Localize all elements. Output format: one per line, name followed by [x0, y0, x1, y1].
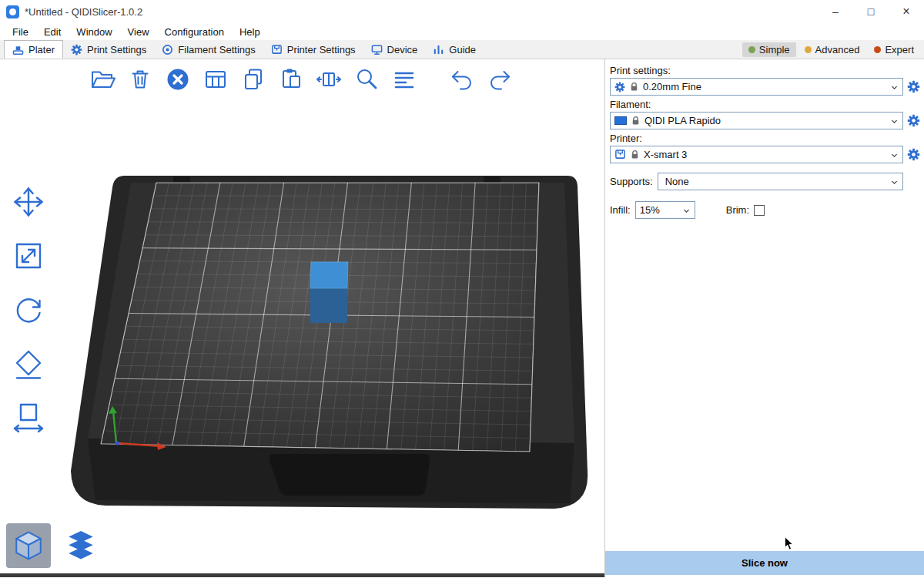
close-button[interactable]: ×: [889, 0, 924, 23]
supports-combo[interactable]: None: [658, 173, 903, 190]
search-icon: [353, 66, 380, 93]
tab-label: Filament Settings: [178, 44, 255, 55]
chevron-down-icon: [890, 116, 899, 125]
preview-view-button[interactable]: [59, 523, 103, 568]
guide-bars-icon: [433, 44, 444, 55]
tab-label: Printer Settings: [287, 44, 356, 55]
minimize-button[interactable]: –: [818, 0, 853, 23]
viewport-bottom-strip: [0, 573, 604, 577]
split-instances-icon: [315, 66, 343, 93]
device-monitor-icon: [371, 44, 383, 55]
title-bar: *Untitled - QIDISlicer-1.0.2 – □ ×: [0, 0, 924, 23]
slice-now-button[interactable]: Slice now: [605, 551, 924, 575]
printer-icon: [614, 149, 626, 160]
printer-combo[interactable]: X-smart 3: [610, 146, 903, 163]
view-toolbar: [6, 523, 103, 568]
print-settings-combo[interactable]: 0.20mm Fine: [610, 78, 903, 96]
chevron-down-icon: [890, 82, 899, 91]
copy-button[interactable]: [239, 65, 268, 94]
tab-plater[interactable]: Plater: [4, 40, 63, 59]
3d-scene[interactable]: [0, 59, 604, 577]
variable-layer-height-button[interactable]: [390, 65, 419, 94]
menu-edit[interactable]: Edit: [36, 26, 69, 38]
arrange-button[interactable]: [201, 65, 230, 94]
layers-stack-icon: [62, 527, 99, 564]
print-settings-value: 0.20mm Fine: [643, 81, 701, 92]
gear-icon: [614, 82, 625, 92]
edit-print-settings-button[interactable]: [907, 80, 920, 93]
move-arrows-icon: [11, 184, 46, 220]
place-on-face-icon: [11, 346, 46, 381]
edit-filament-button[interactable]: [907, 114, 920, 127]
print-settings-gear-icon: [71, 44, 82, 55]
window-title: *Untitled - QIDISlicer-1.0.2: [25, 6, 142, 18]
printer-label: Printer:: [610, 133, 920, 144]
move-tool-button[interactable]: [6, 181, 51, 223]
mode-label: Simple: [759, 44, 790, 55]
infill-combo[interactable]: 15%: [635, 201, 695, 219]
mode-simple[interactable]: Simple: [742, 42, 796, 57]
menu-bar: File Edit Window View Configuration Help: [0, 23, 924, 40]
tab-filament-settings[interactable]: Filament Settings: [154, 40, 263, 59]
rotate-tool-button[interactable]: [6, 289, 51, 331]
copy-icon: [239, 66, 267, 93]
tab-guide[interactable]: Guide: [425, 40, 484, 59]
gizmo-toolbar: [6, 181, 51, 439]
edit-printer-button[interactable]: [907, 148, 920, 161]
expert-mode-dot-icon: [874, 46, 881, 53]
brim-checkbox[interactable]: [754, 205, 765, 216]
simple-mode-dot-icon: [748, 46, 755, 53]
supports-value: None: [665, 176, 689, 187]
menu-file[interactable]: File: [5, 26, 36, 38]
mode-advanced[interactable]: Advanced: [798, 42, 866, 57]
mode-selector: Simple Advanced Expert: [742, 42, 920, 57]
search-button[interactable]: [352, 65, 381, 94]
undo-button[interactable]: [447, 65, 477, 94]
scale-icon: [11, 238, 46, 274]
redo-button[interactable]: [485, 65, 514, 94]
mode-expert[interactable]: Expert: [868, 42, 920, 57]
filament-label: Filament:: [610, 99, 920, 110]
menu-window[interactable]: Window: [69, 26, 119, 38]
delete-button[interactable]: [126, 65, 155, 94]
tab-label: Device: [387, 44, 418, 55]
brim-label: Brim:: [726, 204, 749, 216]
tab-printer-settings[interactable]: Printer Settings: [263, 40, 363, 59]
filament-combo[interactable]: QIDI PLA Rapido: [610, 112, 903, 129]
3d-cube-icon: [10, 527, 47, 564]
mouse-cursor-icon: [784, 536, 795, 552]
place-on-face-tool-button[interactable]: [6, 343, 51, 385]
layers-lines-icon: [390, 66, 418, 93]
menu-help[interactable]: Help: [232, 26, 268, 38]
chevron-down-icon: [890, 150, 899, 159]
model-cube[interactable]: [310, 262, 348, 323]
3d-viewport[interactable]: [0, 59, 604, 577]
mode-label: Advanced: [815, 44, 860, 55]
open-button[interactable]: [88, 65, 117, 94]
filament-spool-icon: [162, 44, 173, 55]
3d-editor-view-button[interactable]: [6, 523, 51, 568]
menu-configuration[interactable]: Configuration: [157, 26, 232, 38]
mirror-tool-button[interactable]: [6, 397, 51, 439]
menu-view[interactable]: View: [120, 26, 157, 38]
mode-label: Expert: [885, 44, 914, 55]
infill-label: Infill:: [610, 204, 631, 216]
tab-bar: Plater Print Settings Filament Settings …: [0, 40, 924, 59]
supports-label: Supports:: [610, 176, 653, 187]
arrange-grid-icon: [202, 66, 229, 93]
paste-icon: [277, 66, 305, 93]
window-controls: – □ ×: [818, 0, 924, 23]
lock-icon: [629, 82, 639, 92]
tab-print-settings[interactable]: Print Settings: [63, 40, 154, 59]
split-instances-button[interactable]: [314, 65, 343, 94]
open-folder-icon: [89, 66, 116, 93]
tab-label: Guide: [449, 44, 476, 55]
paste-button[interactable]: [276, 65, 306, 94]
tab-device[interactable]: Device: [363, 40, 426, 59]
scale-tool-button[interactable]: [6, 235, 51, 277]
printer-value: X-smart 3: [644, 149, 687, 160]
delete-all-button[interactable]: [163, 65, 192, 94]
maximize-button[interactable]: □: [853, 0, 889, 23]
tab-label: Plater: [28, 44, 55, 55]
advanced-mode-dot-icon: [805, 46, 812, 53]
